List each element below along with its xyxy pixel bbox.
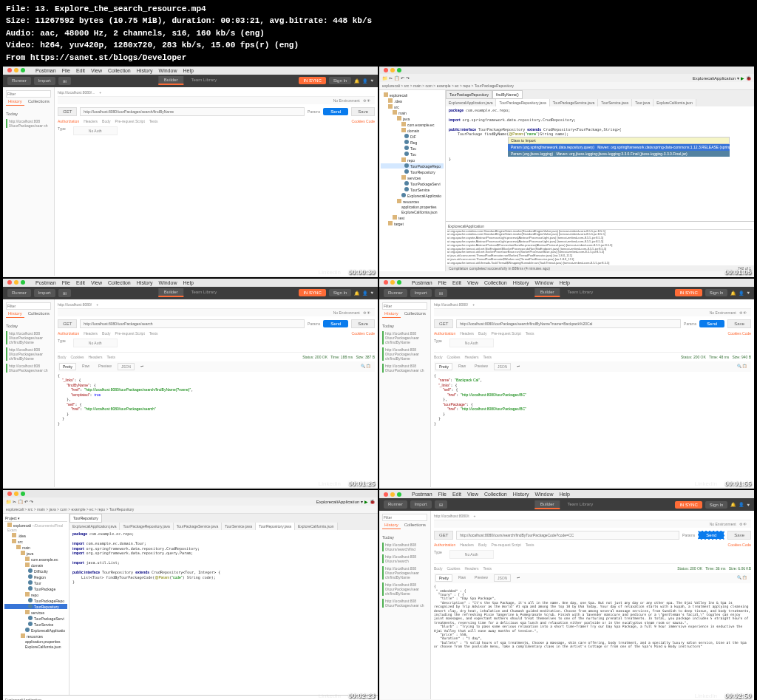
url-input[interactable]: http://localhost:8080/tourPackages/searc…: [456, 319, 681, 328]
history-item[interactable]: http://localhost:808 0/tourPackages/sear…: [382, 331, 427, 344]
import-button[interactable]: Import: [410, 500, 432, 509]
editor-tab[interactable]: TourPackageRepository.java: [120, 523, 173, 530]
history-item[interactable]: http://localhost:808 0/tourPackages/sear…: [382, 582, 427, 596]
user-icon[interactable]: 👤: [362, 78, 367, 84]
breadcrumb[interactable]: explorecali > src > main > java > com > …: [3, 506, 378, 514]
builder-tab[interactable]: Builder: [158, 288, 184, 297]
save-button[interactable]: Save: [727, 531, 751, 540]
request-tab[interactable]: http://localhost:8080/t: [434, 514, 469, 518]
history-item[interactable]: http://localhost:808 0/tours/search: [382, 554, 427, 563]
runner-button[interactable]: Runner: [384, 289, 407, 297]
send-button[interactable]: Send: [699, 320, 724, 327]
builder-tab[interactable]: Builder: [158, 76, 184, 85]
url-input[interactable]: http://localhost:8080/tourPackages/searc…: [80, 319, 305, 328]
response-body[interactable]: { "_embedded" : { "tours" : [ { "title" …: [434, 585, 751, 648]
runner-button[interactable]: Runner: [7, 77, 31, 85]
code-editor[interactable]: package com.example.ec.repo; import org.…: [446, 106, 754, 221]
editor-tab[interactable]: TourPackageService.java: [550, 99, 598, 106]
auth-tab[interactable]: Authorization: [58, 119, 79, 123]
body-tab[interactable]: Body: [102, 119, 110, 123]
filter-input[interactable]: [6, 90, 51, 98]
bell-icon[interactable]: 🔔: [354, 78, 359, 84]
editor-tab[interactable]: ExploreCalifornia.json: [654, 99, 696, 106]
history-item[interactable]: http://localhost:808 0/tourPackages/sear…: [382, 599, 427, 608]
import-button[interactable]: Import: [34, 77, 55, 85]
menubar[interactable]: PostmanFileEditViewCollectionHistoryWind…: [3, 67, 378, 75]
menubar[interactable]: [379, 67, 754, 74]
sign-in-button[interactable]: Sign In: [705, 501, 728, 509]
preview-button[interactable]: Preview: [95, 363, 115, 370]
team-library-tab[interactable]: Team Library: [186, 288, 223, 297]
history-item[interactable]: http://localhost:808 0/tourPackages/sear…: [6, 347, 51, 361]
json-select[interactable]: JSON: [118, 363, 135, 370]
filter-input[interactable]: [382, 302, 427, 310]
url-input[interactable]: http://localhost:8080/tourPackages/searc…: [80, 107, 305, 116]
send-button[interactable]: Send: [323, 320, 348, 327]
send-button[interactable]: Send: [323, 108, 348, 115]
send-button[interactable]: Send: [698, 531, 724, 540]
request-tab[interactable]: http://localhost:8080/...: [58, 90, 95, 95]
env-select[interactable]: No Environment: [333, 310, 360, 315]
breadcrumb[interactable]: explorecali > src > main > com > example…: [379, 82, 754, 90]
method-select[interactable]: GET: [434, 531, 453, 540]
method-select[interactable]: GET: [58, 107, 77, 116]
resp-body-tab[interactable]: Body: [58, 355, 66, 359]
project-tree[interactable]: explorecali .idea src main java com.exam…: [379, 90, 446, 271]
raw-button[interactable]: Raw: [79, 363, 92, 370]
save-button[interactable]: Save: [351, 107, 375, 116]
url-input[interactable]: http://localhost:8080/tours/search/findB…: [456, 531, 679, 540]
save-button[interactable]: Save: [351, 319, 375, 328]
response-body[interactable]: { "name": "Backpack Cal", "_links": { "s…: [434, 373, 751, 427]
editor-tab[interactable]: TourPackageService.java: [174, 523, 222, 530]
response-body[interactable]: { "_links": { "findByName": { "href": "h…: [58, 373, 375, 427]
filter-input[interactable]: [382, 514, 427, 521]
editor-tab[interactable]: TourRepository.java: [256, 523, 295, 530]
import-button[interactable]: Import: [410, 289, 432, 297]
history-item[interactable]: http://localhost:808 0/tourPackages/sear…: [6, 364, 51, 373]
editor-tab[interactable]: ExplorecaliApplication.java: [69, 523, 120, 530]
collections-tab[interactable]: Collections: [26, 98, 52, 106]
pretty-button[interactable]: Pretty: [59, 363, 76, 370]
filter-input[interactable]: [6, 302, 51, 310]
method-select[interactable]: GET: [434, 319, 453, 328]
history-item[interactable]: http://localhost:808 0/tourPackages/sear…: [6, 119, 51, 128]
history-item[interactable]: http://localhost:808 0/tourPackages/sear…: [6, 331, 51, 344]
heart-icon[interactable]: ♥: [370, 78, 373, 83]
params-button[interactable]: Params: [308, 322, 320, 326]
tests-tab[interactable]: Tests: [149, 119, 158, 123]
history-item[interactable]: http://localhost:808 0/tourPackages/sear…: [382, 347, 427, 361]
sign-in-button[interactable]: Sign In: [705, 289, 728, 296]
history-item[interactable]: http://localhost:808 0/tourPackages/sear…: [382, 364, 427, 373]
headers-tab[interactable]: Headers: [84, 119, 98, 123]
ide-toolbar[interactable]: 📁✂📋↶↷ExplorecaliApplication ▾▶🐞: [379, 74, 754, 82]
sign-in-button[interactable]: Sign In: [329, 77, 352, 84]
request-tab[interactable]: http://localhost:8080/: [58, 302, 92, 307]
history-item[interactable]: http://localhost:808 0/tourPackages/sear…: [382, 566, 427, 580]
sign-in-button[interactable]: Sign In: [329, 289, 352, 296]
code-editor[interactable]: package com.example.ec.repo; import com.…: [69, 530, 378, 695]
env-select[interactable]: No Environment: [333, 98, 360, 103]
import-button[interactable]: Import: [34, 289, 55, 297]
editor-tab[interactable]: ExploreCalifornia.json: [295, 523, 338, 530]
collections-tab[interactable]: Collections: [26, 310, 52, 318]
import-option[interactable]: Param (org.jboss.logging) Maven: org.jbo…: [508, 151, 730, 157]
runner-button[interactable]: Runner: [384, 500, 407, 509]
editor-tab[interactable]: TourPackageRepository.java: [496, 99, 549, 106]
team-library-tab[interactable]: Team Library: [186, 76, 223, 85]
import-option[interactable]: Param (org.springframework.data.reposito…: [508, 144, 730, 151]
editor-tab[interactable]: TourService.java: [222, 523, 256, 530]
history-tab[interactable]: History: [6, 310, 24, 318]
runner-button[interactable]: Runner: [7, 289, 31, 297]
history-item[interactable]: http://localhost:808 0/tours/search/find: [382, 543, 427, 551]
new-tab-icon[interactable]: ⊞: [58, 77, 71, 85]
editor-tab[interactable]: Tour.java: [632, 99, 654, 106]
run-console[interactable]: ExplorecaliApplication at org.apache.cat…: [446, 221, 754, 265]
auth-type-select[interactable]: No Auth: [73, 126, 118, 135]
editor-tab[interactable]: ExplorecaliApplication.java: [446, 99, 496, 106]
editor-tab[interactable]: TourService.java: [598, 99, 632, 106]
auth-type-select[interactable]: No Auth: [73, 339, 118, 347]
params-button[interactable]: Params: [308, 109, 320, 114]
save-button[interactable]: Save: [727, 319, 751, 328]
prereq-tab[interactable]: Pre-request Script: [115, 119, 145, 123]
history-tab[interactable]: History: [6, 98, 24, 106]
